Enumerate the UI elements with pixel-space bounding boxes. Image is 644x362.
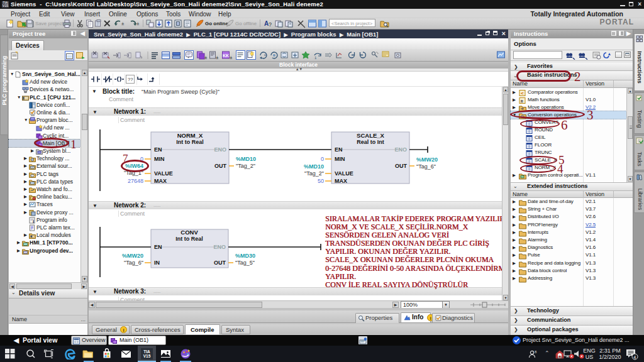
svg-text:EKB: EKB	[557, 356, 562, 359]
svg-text:??: ??	[128, 77, 133, 82]
svg-text:OUT: OUT	[214, 163, 227, 169]
svg-text:CONV: CONV	[180, 229, 198, 236]
svg-text:MIN: MIN	[335, 156, 345, 162]
svg-text:IN: IN	[154, 260, 160, 266]
svg-text:"Tag_6": "Tag_6"	[124, 260, 143, 266]
svg-text:"Tag_5": "Tag_5"	[235, 260, 255, 266]
svg-text:MIN: MIN	[154, 156, 165, 162]
svg-text:ENO: ENO	[213, 244, 226, 250]
svg-text:%MW20: %MW20	[416, 156, 438, 163]
svg-text:Int to Real: Int to Real	[175, 236, 203, 242]
svg-text:8: 8	[535, 350, 537, 354]
svg-text:4: 4	[633, 355, 636, 359]
svg-text:<: <	[521, 90, 524, 96]
svg-text:OUT: OUT	[214, 260, 226, 266]
svg-text:i: i	[33, 219, 34, 224]
svg-text:1: 1	[314, 56, 317, 60]
svg-text:%MD10: %MD10	[304, 163, 324, 170]
svg-text:±: ±	[121, 21, 125, 26]
svg-text:±: ±	[204, 55, 208, 60]
svg-text:0: 0	[321, 156, 324, 162]
svg-text:VALUE: VALUE	[154, 170, 173, 177]
svg-text:?: ?	[269, 21, 272, 28]
svg-text:±: ±	[216, 55, 219, 60]
svg-text:"Tag_2": "Tag_2"	[236, 163, 255, 169]
svg-text:Int to Real: Int to Real	[176, 139, 204, 145]
svg-text:ENO: ENO	[214, 146, 226, 153]
svg-text:EN: EN	[154, 244, 162, 250]
svg-text:±: ±	[136, 21, 140, 26]
svg-text:%MD10: %MD10	[236, 156, 256, 162]
svg-text:MAX: MAX	[335, 178, 347, 184]
svg-text:±: ±	[230, 55, 233, 60]
svg-text:MAX: MAX	[154, 178, 167, 184]
svg-text:%MW20: %MW20	[122, 253, 143, 259]
svg-text:EN: EN	[335, 146, 343, 153]
svg-text:"Tag_2": "Tag_2"	[304, 170, 324, 177]
svg-text:KK: KK	[223, 53, 229, 58]
svg-text:VALUE: VALUE	[335, 170, 353, 177]
svg-text:%MD30: %MD30	[235, 253, 255, 259]
svg-text:Real to Int: Real to Int	[357, 139, 384, 145]
svg-text:27648: 27648	[128, 178, 143, 184]
svg-text:±: ±	[521, 98, 524, 104]
svg-text:EN: EN	[154, 146, 162, 153]
svg-text:ENO: ENO	[394, 146, 407, 153]
svg-text:SCALE_X: SCALE_X	[357, 132, 384, 139]
svg-text:NORM_X: NORM_X	[177, 132, 203, 139]
svg-text:50: 50	[318, 178, 324, 184]
svg-text:OUT: OUT	[395, 163, 408, 169]
svg-text:"Tag_6": "Tag_6"	[416, 163, 436, 170]
